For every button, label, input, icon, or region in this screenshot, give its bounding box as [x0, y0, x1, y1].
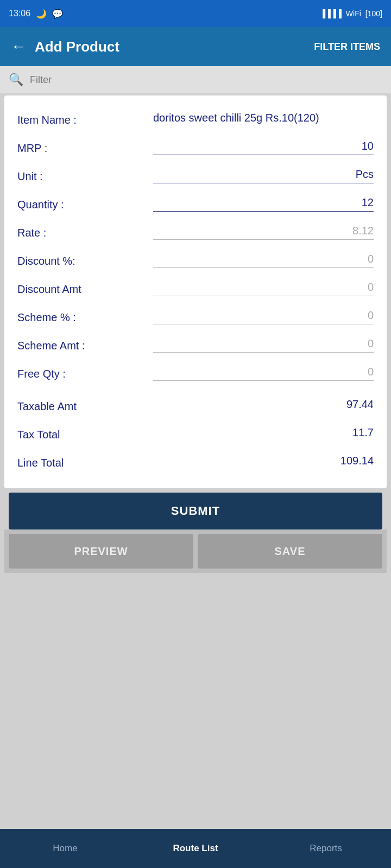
free-qty-field[interactable]: 0: [153, 366, 374, 381]
signal-icon: ▐▐▐▐: [320, 9, 342, 18]
route-list-label: Route List: [173, 843, 218, 854]
item-name-value: doritos sweet chilli 25g Rs.10(120): [153, 112, 374, 124]
scheme-amt-field[interactable]: 0: [153, 337, 374, 353]
nav-item-home[interactable]: Home: [0, 843, 130, 854]
mrp-value: 10: [153, 140, 374, 155]
taxable-amt-row: Taxable Amt 97.44: [17, 393, 374, 421]
scheme-pct-label: Scheme % :: [17, 309, 153, 324]
status-right: ▐▐▐▐ WiFi [100]: [320, 9, 382, 18]
tax-total-value: 11.7: [153, 426, 374, 439]
discount-amt-row: Discount Amt 0: [17, 276, 374, 304]
scheme-pct-row: Scheme % : 0: [17, 304, 374, 332]
item-name-label: Item Name :: [17, 112, 153, 126]
nav-item-reports[interactable]: Reports: [261, 843, 391, 854]
mrp-row: MRP : 10: [17, 135, 374, 163]
form-card: Item Name : doritos sweet chilli 25g Rs.…: [4, 95, 387, 488]
filter-items-button[interactable]: FILTER ITEMS: [314, 41, 380, 53]
quantity-value: 12: [153, 196, 374, 212]
submit-button[interactable]: SUBMIT: [9, 493, 382, 529]
rate-field[interactable]: 8.12: [153, 225, 374, 240]
mrp-field[interactable]: 10: [153, 140, 374, 155]
scheme-pct-value: 0: [153, 309, 374, 324]
unit-field[interactable]: Pcs: [153, 168, 374, 183]
search-bar: 🔍: [0, 66, 391, 93]
unit-row: Unit : Pcs: [17, 163, 374, 191]
rate-value: 8.12: [153, 225, 374, 240]
mrp-label: MRP :: [17, 140, 153, 155]
status-time: 13:06: [9, 9, 30, 18]
nav-item-route-list[interactable]: Route List: [130, 843, 261, 854]
scheme-amt-row: Scheme Amt : 0: [17, 332, 374, 360]
free-qty-value: 0: [153, 366, 374, 381]
tax-total-row: Tax Total 11.7: [17, 421, 374, 449]
item-name-row: Item Name : doritos sweet chilli 25g Rs.…: [17, 106, 374, 135]
tax-total-label: Tax Total: [17, 426, 153, 441]
wifi-icon: WiFi: [346, 9, 361, 18]
battery-icon: [100]: [365, 9, 382, 18]
discount-pct-value: 0: [153, 253, 374, 268]
taxable-amt-value: 97.44: [153, 398, 374, 411]
action-row: PREVIEW SAVE: [4, 529, 387, 573]
bottom-nav: Home Route List Reports: [0, 829, 391, 868]
unit-value: Pcs: [153, 168, 374, 183]
line-total-row: Line Total 109.14: [17, 449, 374, 477]
discount-pct-label: Discount %:: [17, 253, 153, 267]
reports-label: Reports: [310, 843, 342, 854]
message-icon: 💬: [52, 9, 63, 19]
status-left: 13:06 🌙 💬: [9, 9, 63, 19]
unit-label: Unit :: [17, 168, 153, 183]
page-title: Add Product: [35, 39, 119, 55]
quantity-label: Quantity :: [17, 196, 153, 211]
discount-amt-value: 0: [153, 281, 374, 296]
scheme-pct-field[interactable]: 0: [153, 309, 374, 324]
header: ← Add Product FILTER ITEMS: [0, 27, 391, 66]
search-icon: 🔍: [9, 73, 23, 87]
taxable-amt-label: Taxable Amt: [17, 398, 153, 413]
free-qty-row: Free Qty : 0: [17, 360, 374, 388]
search-input[interactable]: [30, 74, 382, 86]
rate-label: Rate :: [17, 225, 153, 239]
discount-pct-row: Discount %: 0: [17, 247, 374, 276]
quantity-row: Quantity : 12: [17, 191, 374, 219]
home-label: Home: [53, 843, 77, 854]
discount-amt-label: Discount Amt: [17, 281, 153, 296]
moon-icon: 🌙: [36, 9, 47, 19]
scheme-amt-label: Scheme Amt :: [17, 337, 153, 352]
back-button[interactable]: ←: [11, 38, 26, 55]
main-content: Item Name : doritos sweet chilli 25g Rs.…: [0, 93, 391, 829]
discount-amt-field[interactable]: 0: [153, 281, 374, 296]
status-bar: 13:06 🌙 💬 ▐▐▐▐ WiFi [100]: [0, 0, 391, 27]
save-button[interactable]: SAVE: [198, 534, 382, 569]
scheme-amt-value: 0: [153, 337, 374, 353]
submit-wrap: SUBMIT: [4, 488, 387, 529]
preview-button[interactable]: PREVIEW: [9, 534, 193, 569]
free-qty-label: Free Qty :: [17, 366, 153, 380]
line-total-label: Line Total: [17, 455, 153, 469]
line-total-value: 109.14: [153, 455, 374, 467]
discount-pct-field[interactable]: 0: [153, 253, 374, 268]
quantity-field[interactable]: 12: [153, 196, 374, 212]
rate-row: Rate : 8.12: [17, 219, 374, 247]
